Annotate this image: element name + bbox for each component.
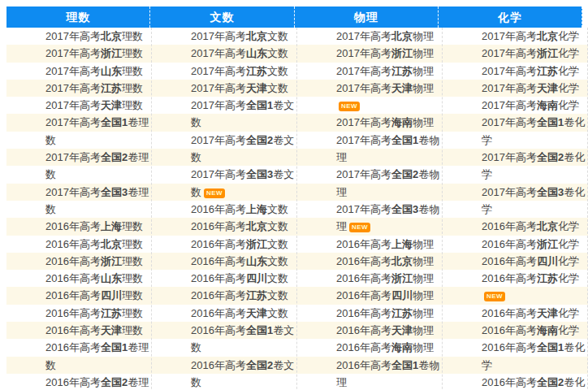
exam-link[interactable]: 2017年高考天津理数 <box>45 97 151 114</box>
exam-link[interactable]: 2016年高考四川理数 <box>45 287 151 304</box>
exam-link[interactable]: 2017年高考北京物理 <box>336 28 442 45</box>
exam-link[interactable]: 2016年高考上海理数 <box>45 218 151 235</box>
exam-region-label: 全国1 <box>537 341 564 353</box>
exam-link[interactable]: 2017年高考浙江化学 <box>482 45 587 62</box>
exam-subject-label: 物理 <box>413 116 434 128</box>
new-icon: NEW <box>349 223 370 232</box>
exam-link[interactable]: 2016年高考江苏物理 <box>336 305 442 322</box>
exam-link[interactable]: 2017年高考浙江物理 <box>336 45 442 62</box>
exam-link[interactable]: 2016年高考全国2卷文数 <box>191 357 296 390</box>
exam-link[interactable]: 2017年高考江苏理数 <box>45 80 151 97</box>
exam-link[interactable]: 2016年高考四川物理 <box>336 287 442 304</box>
list-item: 2017年高考浙江化学 <box>443 45 587 62</box>
exam-link[interactable]: 2017年高考北京理数 <box>45 28 151 45</box>
list-item: 2017年高考浙江物理 <box>297 45 442 62</box>
list-item: 2016年高考海南物理 <box>297 339 442 356</box>
exam-subject-label: 文数 <box>267 30 288 42</box>
exam-year-label: 2017年高考 <box>482 30 537 42</box>
exam-subject-label: 理数 <box>122 238 143 250</box>
exam-link[interactable]: 2017年高考江苏物理 <box>336 63 442 80</box>
exam-link[interactable]: 2016年高考北京化学 <box>482 218 587 235</box>
list-item: 2016年高考全国1卷物理 <box>297 357 442 390</box>
exam-link[interactable]: 2016年高考浙江物理 <box>336 270 442 287</box>
exam-link[interactable]: 2017年高考全国2卷文数 <box>191 132 296 167</box>
exam-link[interactable]: 2016年高考北京理数 <box>45 236 151 253</box>
exam-year-label: 2017年高考 <box>336 82 391 94</box>
exam-region-label: 北京 <box>537 220 558 232</box>
exam-link[interactable]: 2017年高考全国3卷理数 <box>45 184 151 219</box>
exam-link[interactable]: 2016年高考天津理数 <box>45 322 151 339</box>
exam-link[interactable]: 2016年高考四川化学 <box>482 253 587 270</box>
exam-link[interactable]: 2016年高考海南化学 <box>482 322 587 339</box>
exam-year-label: 2016年高考 <box>45 324 101 336</box>
exam-link[interactable]: 2017年高考北京化学 <box>482 28 587 45</box>
list-item: 2016年高考全国1卷化学 <box>443 339 587 374</box>
exam-year-label: 2016年高考 <box>191 272 246 284</box>
exam-year-label: 2016年高考 <box>482 272 537 284</box>
exam-region-label: 海南 <box>391 116 413 128</box>
exam-year-label: 2017年高考 <box>482 116 537 128</box>
exam-year-label: 2016年高考 <box>482 238 537 250</box>
exam-region-label: 浙江 <box>391 272 413 284</box>
exam-link[interactable]: 2016年高考天津化学 <box>482 305 587 322</box>
exam-link[interactable]: 2016年高考浙江化学 <box>482 236 587 253</box>
exam-link[interactable]: 2017年高考全国1卷物理 <box>336 132 442 167</box>
exam-link[interactable]: 2017年高考江苏化学 <box>482 63 587 80</box>
exam-link[interactable]: 2016年高考天津文数 <box>191 305 296 322</box>
exam-link[interactable]: 2017年高考全国3卷物理NEW <box>336 201 442 236</box>
exam-link[interactable]: 2016年高考山东理数 <box>45 270 151 287</box>
exam-link[interactable]: 2016年高考北京物理 <box>336 253 442 270</box>
exam-link[interactable]: 2017年高考山东文数 <box>191 45 296 62</box>
list-item: 2017年高考山东理数 <box>6 63 151 80</box>
exam-link[interactable]: 2017年高考北京文数 <box>191 28 296 45</box>
exam-link[interactable]: 2017年高考海南化学 <box>482 97 587 114</box>
exam-link[interactable]: 2017年高考天津文数 <box>191 80 296 97</box>
exam-region-label: 全国3 <box>537 186 564 198</box>
exam-link[interactable]: 2016年高考天津物理 <box>336 322 442 339</box>
exam-year-label: 2016年高考 <box>191 289 246 301</box>
exam-year-label: 2017年高考 <box>482 99 537 111</box>
exam-link[interactable]: 2017年高考山东理数 <box>45 63 151 80</box>
exam-link[interactable]: 2017年高考江苏文数 <box>191 63 296 80</box>
exam-link[interactable]: 2016年高考江苏文数 <box>191 287 296 304</box>
list-item: 2017年高考北京化学 <box>443 28 587 45</box>
exam-region-label: 全国1 <box>391 134 418 146</box>
exam-link[interactable]: 2017年高考天津化学 <box>482 80 587 97</box>
exam-link[interactable]: 2016年高考上海文数 <box>191 201 296 218</box>
exam-link[interactable]: 2017年高考全国2卷理数 <box>45 149 151 184</box>
exam-link[interactable]: 2016年高考全国2卷理数 <box>45 374 151 390</box>
exam-link[interactable]: 2016年高考山东文数 <box>191 253 296 270</box>
tab-arts-math[interactable]: 文数 <box>150 6 294 28</box>
exam-link[interactable]: 2016年高考浙江文数 <box>191 236 296 253</box>
tab-physics[interactable]: 物理 <box>295 6 439 28</box>
exam-link[interactable]: 2016年高考浙江理数 <box>45 253 151 270</box>
exam-year-label: 2016年高考 <box>482 220 537 232</box>
list-item: 2017年高考江苏物理 <box>297 63 442 80</box>
exam-link[interactable]: 2016年高考全国1卷理数 <box>45 339 151 374</box>
list-item: 2017年高考全国2卷物理 <box>297 166 442 201</box>
exam-link[interactable]: 2016年高考江苏理数 <box>45 305 151 322</box>
exam-year-label: 2016年高考 <box>336 238 391 250</box>
exam-link[interactable]: 2017年高考全国3卷文数NEW <box>191 166 296 201</box>
exam-link[interactable]: 2016年高考四川文数 <box>191 270 296 287</box>
exam-link[interactable]: 2017年高考全国1卷理数 <box>45 114 151 149</box>
exam-link[interactable]: 2016年高考全国1卷文数 <box>191 322 296 357</box>
exam-link[interactable]: 2016年高考全国1卷化学 <box>482 339 587 374</box>
exam-link[interactable]: 2017年高考全国1卷化学 <box>482 114 587 149</box>
exam-link[interactable]: 2017年高考全国2卷化学 <box>482 149 587 184</box>
exam-link[interactable]: 2016年高考海南物理 <box>336 339 442 356</box>
tab-science-math[interactable]: 理数 <box>6 6 150 28</box>
exam-link[interactable]: 2016年高考北京文数 <box>191 218 296 235</box>
exam-link[interactable]: 2017年高考天津物理NEW <box>336 80 442 115</box>
exam-link[interactable]: 2016年高考全国2卷化学 <box>482 374 587 390</box>
exam-link[interactable]: 2017年高考全国3卷化学 <box>482 184 587 219</box>
exam-link[interactable]: 2017年高考浙江理数 <box>45 45 151 62</box>
exam-link[interactable]: 2016年高考上海物理 <box>336 236 442 253</box>
list-item: 2016年高考北京化学 <box>443 218 587 235</box>
exam-link[interactable]: 2017年高考全国2卷物理 <box>336 166 442 201</box>
exam-link[interactable]: 2016年高考全国1卷物理 <box>336 357 442 390</box>
tab-chemistry[interactable]: 化学 <box>439 6 582 28</box>
exam-link[interactable]: 2017年高考海南物理 <box>336 114 442 131</box>
exam-link[interactable]: 2017年高考全国1卷文数 <box>191 97 296 132</box>
exam-link[interactable]: 2016年高考江苏化学NEW <box>482 270 587 305</box>
